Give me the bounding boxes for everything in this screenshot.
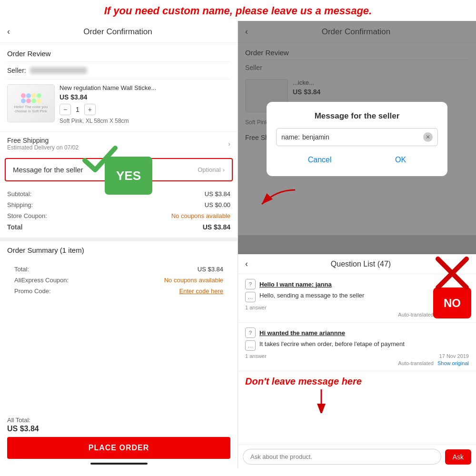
dialog-input-row[interactable]: name: benjamin ✕: [276, 128, 438, 146]
shipping-date: Estimated Delivery on 07/02: [7, 144, 79, 151]
ql-answer-2: … It takes l'ecrire when order, before l…: [245, 340, 469, 351]
ql-answer-count-1: 1 answer: [245, 305, 267, 310]
dialog-box: Message for the seller name: benjamin ✕ …: [267, 102, 447, 176]
no-badge: NO: [433, 288, 471, 318]
ql-question-2: ? Hi wanted the name ariannne: [245, 327, 469, 338]
ql-meta-2: 1 answer 17 Nov 2019: [245, 353, 469, 359]
left-header: ‹ Order Confirmation: [0, 21, 238, 43]
shipping-title: Free Shipping: [7, 137, 79, 144]
os-aliexpress-label: AliExpress Coupon:: [14, 277, 69, 284]
coupon-label: Store Coupon:: [7, 212, 47, 219]
os-promo-row: Promo Code: Enter code here: [14, 286, 223, 297]
left-back-arrow[interactable]: ‹: [7, 27, 10, 37]
coupon-value: No coupons available: [171, 212, 230, 219]
seller-label: Seller:: [7, 67, 26, 74]
down-arrow-icon: [312, 389, 331, 415]
shipping-cost-label: Shipping:: [7, 201, 33, 208]
product-name: New regulation Name Wall Sticke...: [60, 84, 230, 91]
cost-row-shipping: Shipping: US $0.00: [7, 199, 230, 210]
sticker-dot-3: [31, 93, 36, 98]
product-qty-row: − 1 +: [60, 104, 230, 115]
product-image: Hello! The color you choose is Soft Pink: [7, 84, 55, 122]
yes-badge: YES: [105, 157, 152, 195]
os-total-value: US $3.84: [198, 266, 223, 273]
sticker-dot-4: [37, 93, 41, 98]
os-promo-value[interactable]: Enter code here: [179, 288, 223, 295]
all-total-label: All Total:: [7, 416, 230, 424]
cost-row-total: Total US $3.84: [7, 221, 230, 233]
product-image-inner: Hello! The color you choose is Soft Pink: [8, 85, 54, 122]
message-seller-optional: Optional ›: [198, 166, 225, 173]
sticker-dot-2: [26, 93, 31, 98]
total-cost-value: US $3.84: [203, 223, 230, 231]
product-info: New regulation Name Wall Sticke... US $3…: [60, 84, 230, 124]
ql-q-icon-2: ?: [245, 327, 256, 338]
place-order-area: All Total: US $3.84 PLACE ORDER: [7, 416, 230, 459]
ql-auto-translated-1: Auto-translated: [398, 312, 434, 317]
os-aliexpress-row: AliExpress Coupon: No coupons available: [14, 275, 223, 286]
dialog-input-label: name:: [281, 133, 300, 141]
subtotal-value: US $3.84: [205, 190, 230, 198]
dialog-buttons: Cancel OK: [276, 153, 438, 167]
product-price: US $3.84: [60, 93, 230, 101]
right-panel: ‹ Order Confirmation Order Review Seller…: [238, 21, 476, 468]
ql-meta-row-2: Auto-translated Show original: [245, 360, 469, 366]
sticker-dot-6: [26, 99, 31, 103]
shipping-info: Free Shipping Estimated Delivery on 07/0…: [7, 137, 79, 151]
ask-input-row: Ask: [238, 445, 476, 468]
sticker-dot-5: [21, 99, 26, 103]
ql-a-icon-2: …: [245, 340, 256, 351]
shipping-arrow-icon: ›: [228, 140, 230, 148]
ql-show-original-2[interactable]: Show original: [437, 360, 469, 366]
seller-blur: [30, 67, 87, 74]
x-mark-icon: [436, 257, 469, 292]
all-total-value: US $3.84: [7, 425, 230, 433]
ask-input-field[interactable]: [243, 449, 441, 465]
dialog-ok-button[interactable]: OK: [386, 153, 416, 167]
dialog-clear-icon[interactable]: ✕: [423, 132, 433, 142]
ql-q-icon-1: ?: [245, 279, 256, 289]
yes-text: YES: [116, 169, 141, 183]
qty-value: 1: [76, 106, 79, 113]
ql-auto-translated-2: Auto-translated: [398, 360, 434, 366]
subtotal-label: Subtotal:: [7, 190, 31, 198]
dont-leave-container: Don't leave message here: [238, 371, 476, 392]
ql-question-text-1: Hello I want name: janna: [259, 281, 332, 288]
ql-date-2: 17 Nov 2019: [439, 353, 469, 359]
os-aliexpress-value: No coupons available: [164, 277, 223, 284]
qty-minus-btn[interactable]: −: [60, 104, 71, 115]
message-seller-label: Message for the seller: [13, 166, 83, 174]
panels-container: ‹ Order Confirmation Order Review Seller…: [0, 21, 476, 468]
qty-plus-btn[interactable]: +: [84, 104, 96, 115]
ask-button[interactable]: Ask: [445, 449, 471, 465]
ql-item-2: ? Hi wanted the name ariannne … It takes…: [238, 323, 476, 371]
total-cost-label: Total: [7, 223, 22, 231]
ql-a-icon-1: …: [245, 292, 256, 302]
top-banner: If you need custom name, please leave us…: [0, 0, 476, 21]
ql-answer-count-2: 1 answer: [245, 353, 267, 359]
banner-text: If you need custom name, please leave us…: [104, 5, 372, 17]
left-panel: ‹ Order Confirmation Order Review Seller…: [0, 21, 238, 468]
ql-question-text-2: Hi wanted the name ariannne: [259, 329, 345, 337]
seller-row: Seller:: [0, 62, 238, 79]
dialog-input-value[interactable]: benjamin: [302, 133, 423, 141]
order-summary-costs: Total: US $3.84 AliExpress Coupon: No co…: [7, 259, 230, 301]
os-promo-label: Promo Code:: [14, 288, 51, 295]
os-total-row: Total: US $3.84: [14, 264, 223, 275]
ql-back-arrow[interactable]: ‹: [245, 259, 248, 269]
no-text: NO: [444, 297, 461, 310]
left-panel-title: Order Confirmation: [15, 27, 221, 37]
dialog-cancel-button[interactable]: Cancel: [298, 153, 341, 167]
ql-answer-text-2: It takes l'ecrire when order, before l'e…: [259, 340, 469, 347]
cost-row-coupon: Store Coupon: No coupons available: [7, 210, 230, 221]
os-total-label: Total:: [14, 266, 29, 273]
dont-leave-text: Don't leave message here: [245, 376, 362, 387]
order-summary-title: Order Summary (1 item): [7, 246, 230, 254]
place-order-button[interactable]: PLACE ORDER: [7, 437, 230, 459]
bottom-bar: [90, 463, 148, 465]
product-row: Hello! The color you choose is Soft Pink…: [0, 79, 238, 129]
message-seller-chevron-icon: ›: [223, 166, 225, 173]
order-summary-section: Order Summary (1 item) Total: US $3.84 A…: [0, 238, 238, 306]
dialog-title: Message for the seller: [276, 111, 438, 121]
sticker-dot-1: [21, 93, 26, 98]
